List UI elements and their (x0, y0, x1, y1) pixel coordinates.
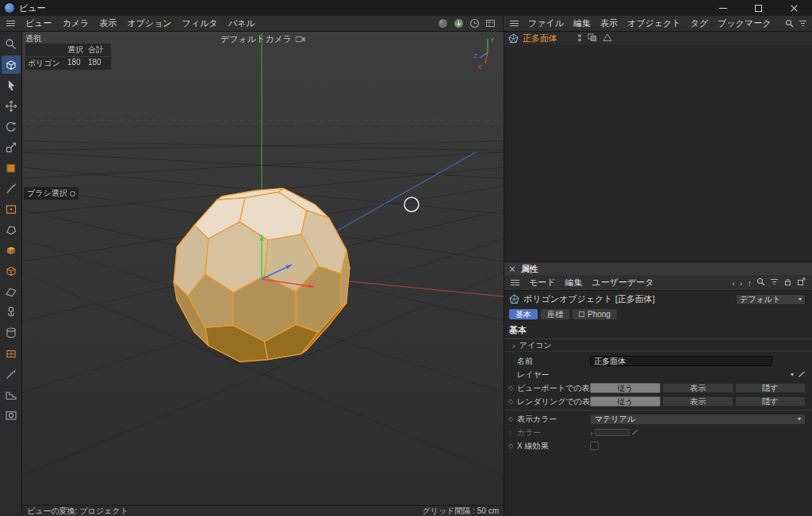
viewport-canvas[interactable] (22, 32, 504, 505)
brush-select-badge[interactable]: ブラシ選択 (24, 187, 79, 200)
name-input[interactable] (590, 356, 772, 366)
polygon-object-icon (509, 294, 519, 304)
move-tool-button[interactable] (2, 97, 21, 115)
lock-icon[interactable] (783, 277, 792, 288)
attr-panel-menu-icon[interactable] (511, 280, 519, 281)
brush-select-label: ブラシ選択 (27, 188, 67, 199)
frame-tool-button[interactable] (2, 200, 21, 218)
app-icon (5, 3, 14, 13)
pencil-icon[interactable] (798, 370, 806, 380)
preset-dropdown[interactable]: デフォルト ▾ (736, 294, 806, 305)
polygon-tag-icon[interactable] (603, 33, 612, 44)
cube-wire-button[interactable] (2, 262, 21, 280)
tab-phong[interactable]: Phong (573, 309, 617, 319)
cube-primitive-button[interactable] (2, 241, 21, 259)
attr-menu-mode[interactable]: モード (529, 277, 556, 289)
display-color-dropdown[interactable]: マテリアル ▾ (590, 414, 806, 425)
navigation-cube-button[interactable] (2, 55, 21, 74)
anim-dot-icon[interactable]: ◇ (504, 384, 517, 392)
field-rows: 名前 レイヤー ▾ ◇ (504, 352, 812, 453)
rotate-tool-button[interactable] (2, 117, 21, 136)
cylinder-tool-button[interactable] (2, 323, 21, 342)
phong-icon (579, 312, 584, 317)
anim-dot-icon[interactable]: ◇ (504, 398, 517, 405)
camera-label[interactable]: デフォルトカメラ (220, 33, 305, 45)
render-picture-icon[interactable] (453, 17, 465, 29)
menu-camera[interactable]: カメラ (63, 17, 90, 29)
object-row[interactable]: 正多面体 (504, 32, 812, 45)
axis-z-label: Z (473, 52, 477, 59)
render-view-icon[interactable] (437, 17, 449, 29)
om-panel-menu-icon[interactable] (510, 21, 519, 21)
om-menu-file[interactable]: ファイル (528, 17, 564, 29)
render-vis-follow-button[interactable]: 従う (590, 396, 661, 407)
camera-label-text: デフォルトカメラ (220, 33, 292, 45)
projection-label[interactable]: 透視 (25, 33, 41, 44)
attr-menu-userdata[interactable]: ユーザーデータ (592, 277, 654, 289)
panel-menu-icon[interactable] (6, 21, 15, 21)
capture-frame-button[interactable] (2, 406, 21, 424)
close-attr-icon[interactable] (509, 266, 515, 272)
object-name[interactable]: 正多面体 (523, 32, 557, 44)
anim-dot-icon: ○ (504, 429, 517, 436)
stairs-tool-button[interactable] (2, 385, 21, 403)
render-settings-icon[interactable] (485, 17, 496, 29)
plane-tool-button[interactable] (2, 282, 21, 300)
viewport-vis-follow-button[interactable]: 従う (590, 383, 661, 393)
anim-dot-icon[interactable]: ◇ (504, 415, 517, 422)
menu-filter[interactable]: フィルタ (182, 17, 218, 29)
om-menu-object[interactable]: オブジェクト (627, 17, 681, 29)
render-vis-show-button[interactable]: 表示 (662, 396, 733, 407)
color-row: ○ カラー › (504, 426, 812, 439)
tab-coordinates[interactable]: 座標 (541, 309, 569, 319)
anim-dot-icon[interactable]: ◇ (504, 442, 517, 449)
back-icon[interactable]: ‹ (732, 278, 735, 288)
close-button[interactable] (776, 0, 812, 16)
xray-checkbox[interactable] (590, 441, 599, 450)
render-history-icon[interactable] (469, 17, 481, 29)
up-icon[interactable]: ↑ (748, 278, 753, 288)
attr-menu-edit[interactable]: 編集 (565, 277, 583, 289)
forward-icon[interactable]: › (740, 278, 743, 288)
minimize-button[interactable] (705, 0, 741, 16)
visibility-dots-icon[interactable] (577, 33, 582, 44)
om-menu-bookmark[interactable]: ブックマーク (718, 17, 771, 29)
joint-tool-button[interactable] (2, 303, 21, 321)
filter-icon[interactable] (770, 277, 779, 288)
zoom-tool-button[interactable] (2, 35, 21, 53)
pen-tool-button[interactable] (2, 365, 21, 383)
icon-group-row[interactable]: › アイコン (504, 339, 812, 352)
menu-options[interactable]: オプション (127, 17, 171, 29)
search-icon[interactable] (785, 17, 794, 31)
selection-arrow-button[interactable] (2, 76, 21, 94)
knife-tool-button[interactable] (2, 179, 21, 197)
viewport-vis-show-button[interactable]: 表示 (662, 383, 733, 393)
render-vis-hide-button[interactable]: 隠す (735, 396, 806, 407)
display-squares-icon[interactable] (588, 33, 597, 44)
titlebar: ビュー (0, 0, 812, 16)
search-icon[interactable] (756, 277, 765, 288)
chevron-down-icon: ▾ (798, 415, 801, 422)
stats-selected-value: 180 (67, 58, 88, 69)
filter-icon[interactable] (799, 17, 807, 31)
menu-display[interactable]: 表示 (99, 17, 117, 29)
cube-small-button[interactable] (2, 344, 21, 362)
tab-basic[interactable]: 基本 (509, 309, 538, 319)
viewport-statusbar: ビューの変換: プロジェクト グリッド間隔 : 50 cm (22, 505, 504, 516)
menu-view[interactable]: ビュー (25, 17, 52, 29)
object-manager-empty-area[interactable] (504, 45, 812, 262)
color-swatch[interactable] (2, 159, 21, 177)
display-color-row: ◇ 表示カラー マテリアル ▾ (504, 412, 812, 426)
menu-panel[interactable]: パネル (228, 17, 255, 29)
brush-circle-icon (70, 191, 75, 197)
om-menu-view[interactable]: 表示 (600, 17, 618, 29)
polygon-tool-button[interactable] (2, 220, 21, 239)
chevron-down-icon[interactable]: ▾ (791, 371, 794, 378)
scale-tool-button[interactable] (2, 138, 21, 156)
popout-icon[interactable] (797, 277, 806, 288)
maximize-button[interactable] (741, 0, 776, 16)
om-menu-edit[interactable]: 編集 (573, 17, 591, 29)
om-menu-tag[interactable]: タグ (691, 17, 709, 29)
viewport-3d-area[interactable]: 透視 デフォルトカメラ 選択 合計 ポリゴン 180 180 (22, 32, 504, 505)
viewport-vis-hide-button[interactable]: 隠す (735, 383, 806, 393)
